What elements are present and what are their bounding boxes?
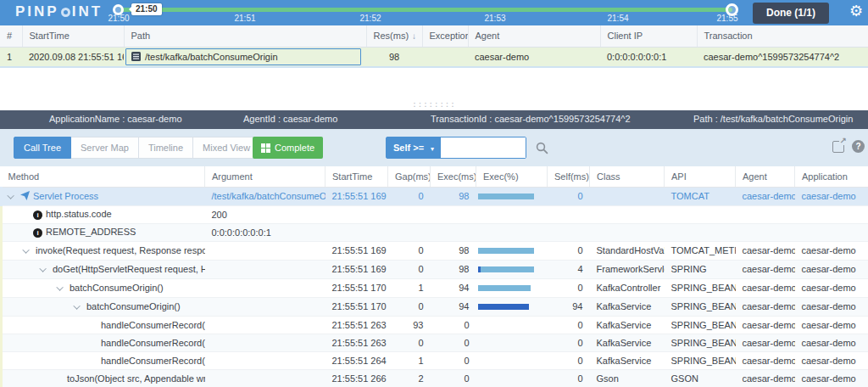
ct-col-header[interactable]: Gap(ms) — [388, 166, 431, 187]
cell-api: TOMCAT — [665, 187, 736, 205]
cell-class: KafkaController — [590, 278, 665, 297]
filter-value-input[interactable] — [441, 137, 526, 158]
filter-type-dropdown[interactable]: Self >=▾ — [387, 137, 441, 158]
tab-call-tree[interactable]: Call Tree — [14, 137, 71, 159]
cell-transaction: caesar-demo^1599573254774^2 — [697, 47, 868, 67]
call-tree-row[interactable]: ihttp.status.code200 — [2, 205, 868, 223]
transactions-table: #StartTimePathRes(ms)↓ExceptionAgentClie… — [0, 25, 868, 68]
cell-path[interactable]: /test/kafka/batchConsumeOrigin — [124, 47, 366, 67]
cell-agent — [736, 223, 795, 241]
cell-class — [590, 187, 665, 205]
help-icon[interactable]: ? — [852, 140, 865, 153]
tx-col-header[interactable]: # — [0, 25, 22, 47]
ct-col-header[interactable]: Argument — [205, 166, 326, 187]
cell-class: StandardHostValve — [590, 241, 665, 260]
cell-agent: caesar-demo — [736, 316, 795, 334]
call-tree-row[interactable]: doGet(HttpServletRequest request, HttpS.… — [2, 260, 868, 278]
cell-argument: 200 — [205, 205, 326, 223]
cell-exec-ms: 94 — [431, 297, 476, 316]
call-tree-row[interactable]: handleConsumerRecord(Cons21:55:51 264100… — [2, 351, 868, 369]
cell-application: caesar-demo — [795, 369, 868, 387]
tab-timeline[interactable]: Timeline — [139, 137, 193, 159]
tx-col-header[interactable]: Client IP — [600, 25, 697, 47]
tx-col-header[interactable]: Res(ms)↓ — [366, 25, 422, 47]
path-text: /test/kafka/batchConsumeOrigin — [145, 52, 278, 62]
search-icon[interactable] — [536, 142, 548, 154]
selected-path-box[interactable]: /test/kafka/batchConsumeOrigin — [125, 48, 361, 65]
ct-col-header[interactable]: StartTime — [326, 166, 388, 187]
cell-api: SPRING_BEAN — [665, 278, 736, 297]
ct-col-header[interactable]: Exec(%) — [476, 166, 548, 187]
cell-exec-ms: 0 — [431, 316, 476, 334]
cell-start-time: 21:55:51 264 — [326, 351, 388, 369]
cell-method: iREMOTE_ADDRESS — [2, 223, 205, 241]
cell-api — [665, 223, 736, 241]
complete-button[interactable]: Complete — [253, 137, 323, 159]
tab-server-map[interactable]: Server Map — [71, 137, 139, 159]
call-tree-row[interactable]: invoke(Request request, Response respons… — [2, 241, 868, 260]
transaction-info-bar: ApplicationName : caesar-demo AgentId : … — [0, 110, 868, 129]
cell-gap-ms: 0 — [388, 241, 431, 260]
cell-agent: caesar-demo — [736, 297, 795, 316]
open-in-new-window-icon[interactable] — [832, 141, 844, 153]
tx-col-header[interactable]: Agent — [468, 25, 600, 47]
ct-col-header[interactable]: Self(ms) — [548, 166, 590, 187]
ct-col-header[interactable]: Method — [2, 166, 205, 187]
gear-icon[interactable]: ⚙ — [849, 2, 863, 20]
exec-percent-bar — [476, 188, 548, 205]
chevron-down-icon[interactable] — [39, 265, 46, 272]
exec-percent-bar — [476, 298, 548, 316]
cell-agent: caesar-demo — [736, 241, 795, 260]
timeline-tick: 21:55 — [716, 14, 737, 23]
cell-exec-bar — [476, 369, 548, 387]
cell-gap-ms — [388, 205, 431, 223]
ct-col-header[interactable]: Application — [795, 166, 868, 187]
ct-col-header[interactable]: Agent — [736, 166, 795, 187]
cell-argument — [205, 278, 326, 297]
ct-col-header[interactable]: Exec(ms) — [431, 166, 476, 187]
cell-method: handleConsumerRecord(Cons — [2, 334, 205, 351]
method-label: http.status.code — [46, 209, 112, 219]
tx-col-header[interactable]: Path — [124, 25, 366, 47]
method-label: invoke(Request request, Response respons… — [36, 245, 205, 255]
cell-class: KafkaService — [590, 351, 665, 369]
call-tree-row[interactable]: handleConsumerRecord(Cons21:55:51 263000… — [2, 334, 868, 351]
chevron-down-icon[interactable] — [56, 283, 63, 290]
timeline-tick: 21:50 — [108, 14, 129, 23]
ct-col-header[interactable]: API — [665, 166, 736, 187]
cell-agent: caesar-demo — [736, 351, 795, 369]
cell-method: batchConsumeOrigin() — [2, 297, 205, 316]
cell-api: SPRING_BEAN — [665, 297, 736, 316]
chevron-down-icon[interactable] — [7, 192, 14, 199]
timeline-track[interactable] — [120, 8, 732, 12]
tx-col-header[interactable]: Transaction — [697, 25, 868, 47]
call-tree-row[interactable]: batchConsumeOrigin()21:55:51 1701940Kafk… — [2, 278, 868, 297]
cell-exec-bar — [476, 260, 548, 278]
cell-gap-ms: 1 — [388, 278, 431, 297]
cell-method: toJson(Object src, Appendable writer) — [2, 369, 205, 387]
chevron-down-icon[interactable] — [22, 246, 29, 253]
cell-application: caesar-demo — [795, 351, 868, 369]
tx-col-header[interactable]: StartTime — [22, 25, 124, 47]
call-tree-row[interactable]: toJson(Object src, Appendable writer)21:… — [2, 369, 868, 387]
cell-exec-bar — [476, 351, 548, 369]
call-tree-row[interactable]: iREMOTE_ADDRESS0:0:0:0:0:0:0:1 — [2, 223, 868, 241]
cell-start-time: 21:55:51 169 — [326, 187, 388, 205]
call-tree-row[interactable]: Servlet Process/test/kafka/batchConsumeO… — [2, 187, 868, 205]
cell-num: 1 — [0, 47, 22, 67]
method-label: doGet(HttpServletRequest request, HttpS.… — [53, 264, 205, 274]
splitter-drag-handle[interactable]: :::::::: — [0, 100, 868, 109]
call-tree-row[interactable]: batchConsumeOrigin()21:55:51 17009494Kaf… — [2, 297, 868, 316]
info-path: Path : /test/kafka/batchConsumeOrigin — [693, 114, 853, 124]
ct-col-header[interactable]: Class — [590, 166, 665, 187]
cell-agent — [736, 205, 795, 223]
tx-col-header[interactable]: Exception — [422, 25, 468, 47]
send-icon — [20, 191, 30, 200]
cell-gap-ms — [388, 223, 431, 241]
cell-application: caesar-demo — [795, 241, 868, 260]
call-tree-row[interactable]: handleConsumerRecord(Cons21:55:51 263930… — [2, 316, 868, 334]
cell-agent: caesar-demo — [736, 187, 795, 205]
chevron-down-icon[interactable] — [73, 302, 80, 309]
transaction-row[interactable]: 1 2020.09.08 21:55:51 169 /test/kafka/ba… — [0, 47, 868, 67]
done-button[interactable]: Done (1/1) — [753, 3, 829, 24]
